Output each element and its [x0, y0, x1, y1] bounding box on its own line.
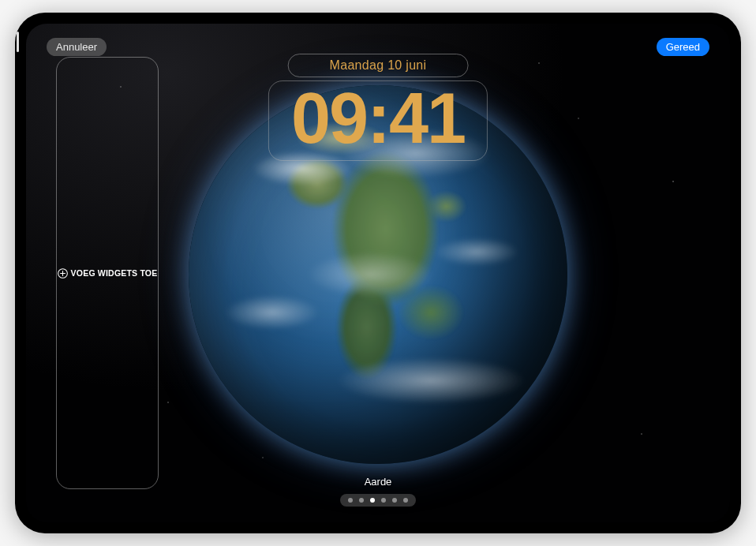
plus-circle-icon [58, 268, 68, 279]
pager-dot[interactable] [392, 498, 397, 503]
top-toolbar: Annuleer Gereed [26, 38, 730, 56]
date-widget-slot[interactable]: Maandag 10 juni [288, 54, 469, 77]
widget-panel[interactable]: VOEG WIDGETS TOE [56, 57, 159, 489]
wallpaper-pager[interactable] [340, 494, 416, 507]
pager-dot[interactable] [403, 498, 408, 503]
time-style-selector[interactable]: 09:41 [268, 80, 488, 161]
pager-dot[interactable] [348, 498, 353, 503]
pager-dot[interactable] [370, 498, 375, 503]
pager-dot[interactable] [359, 498, 364, 503]
lockscreen-editor: Annuleer Gereed Maandag 10 juni 09:41 VO… [26, 24, 730, 522]
cancel-button[interactable]: Annuleer [47, 38, 107, 56]
wallpaper-name-label: Aarde [365, 476, 392, 488]
ipad-frame: Annuleer Gereed Maandag 10 juni 09:41 VO… [15, 13, 741, 533]
clock-time: 09:41 [291, 83, 465, 154]
done-button[interactable]: Gereed [657, 38, 709, 56]
add-widgets-label: VOEG WIDGETS TOE [71, 268, 158, 278]
add-widgets-prompt: VOEG WIDGETS TOE [58, 268, 158, 279]
pager-dot[interactable] [381, 498, 386, 503]
frame-side-indicator [17, 32, 19, 52]
